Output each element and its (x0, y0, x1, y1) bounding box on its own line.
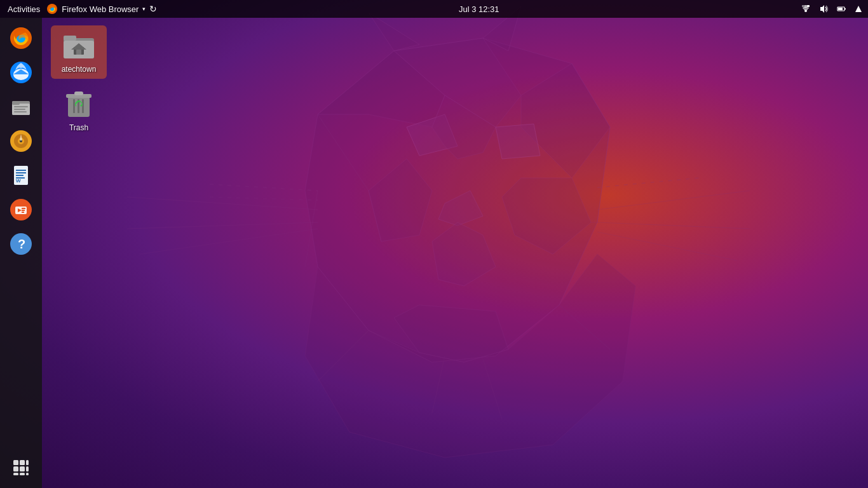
desktop-icon-trash[interactable]: Trash (51, 84, 107, 137)
desktop-icons: atechtown (51, 25, 107, 137)
svg-marker-8 (438, 191, 483, 226)
svg-point-39 (804, 10, 807, 12)
svg-rect-77 (26, 460, 29, 465)
svg-rect-62 (16, 170, 26, 171)
browser-dropdown-arrow[interactable]: ▾ (142, 6, 146, 12)
topbar-center: Jul 3 12:31 (157, 4, 801, 14)
svg-marker-4 (394, 38, 521, 127)
sound-icon[interactable] (818, 4, 829, 14)
svg-rect-54 (14, 109, 25, 110)
svg-rect-52 (12, 101, 20, 105)
svg-line-19 (305, 191, 318, 267)
svg-line-26 (559, 305, 610, 349)
svg-rect-76 (20, 460, 25, 465)
trash-label: Trash (69, 123, 88, 133)
dock-item-thunderbird[interactable] (6, 57, 36, 88)
svg-marker-5 (521, 64, 610, 178)
svg-rect-71 (22, 210, 25, 211)
svg-marker-17 (305, 254, 635, 458)
svg-line-18 (318, 114, 369, 191)
svg-line-10 (210, 197, 318, 200)
svg-line-32 (597, 232, 737, 261)
svg-marker-40 (820, 5, 824, 13)
svg-rect-38 (807, 5, 810, 7)
atechtown-folder-icon (62, 29, 95, 62)
svg-line-11 (597, 178, 699, 187)
atechtown-label: atechtown (62, 65, 97, 75)
svg-line-31 (597, 222, 750, 229)
svg-text:?: ? (18, 237, 25, 251)
svg-rect-43 (844, 8, 846, 10)
svg-rect-89 (76, 50, 81, 55)
svg-marker-7 (496, 124, 540, 159)
svg-rect-53 (14, 106, 28, 107)
svg-rect-79 (20, 466, 25, 471)
svg-rect-93 (73, 99, 75, 113)
dock-item-writer[interactable]: W (6, 160, 36, 191)
activities-button[interactable]: Activities (5, 4, 43, 14)
svg-marker-3 (318, 51, 445, 127)
svg-rect-70 (22, 208, 25, 209)
svg-line-29 (140, 229, 318, 254)
svg-rect-80 (26, 466, 29, 471)
network-icon[interactable] (801, 4, 811, 14)
svg-marker-15 (432, 222, 496, 286)
svg-rect-81 (13, 473, 18, 475)
topbar-right (801, 4, 863, 14)
svg-marker-13 (369, 159, 432, 241)
svg-marker-14 (502, 178, 591, 254)
svg-rect-55 (14, 111, 27, 112)
power-icon[interactable] (836, 4, 846, 14)
desktop-icon-atechtown[interactable]: atechtown (51, 25, 107, 79)
svg-marker-12 (432, 95, 496, 159)
svg-line-21 (597, 127, 610, 222)
topbar: Activities Firefox Web Browser ▾ ↻ Jul 3… (0, 0, 868, 18)
dock: W ? (0, 18, 42, 488)
svg-line-25 (318, 330, 369, 381)
svg-rect-95 (82, 99, 84, 113)
dock-item-firefox[interactable] (6, 23, 36, 53)
svg-line-27 (127, 197, 318, 210)
svg-rect-63 (16, 172, 26, 173)
svg-rect-36 (802, 5, 804, 7)
svg-line-28 (127, 222, 318, 229)
svg-marker-16 (394, 305, 508, 362)
dock-item-software[interactable] (6, 194, 36, 225)
svg-rect-85 (64, 36, 76, 41)
desktop: Activities Firefox Web Browser ▾ ↻ Jul 3… (0, 0, 868, 488)
dock-item-files[interactable] (6, 92, 36, 122)
svg-rect-72 (22, 212, 24, 213)
trash-icon (62, 88, 95, 121)
firefox-icon (46, 3, 58, 15)
datetime-display: Jul 3 12:31 (459, 4, 499, 14)
svg-rect-64 (16, 175, 24, 176)
svg-line-9 (210, 184, 318, 191)
svg-line-24 (483, 359, 502, 419)
svg-marker-6 (407, 114, 458, 156)
svg-rect-75 (13, 460, 18, 465)
svg-rect-82 (20, 473, 25, 475)
svg-marker-0 (305, 38, 610, 362)
refresh-button[interactable]: ↻ (149, 4, 157, 14)
svg-rect-37 (804, 5, 807, 7)
dock-item-help[interactable]: ? (6, 229, 36, 259)
browser-name-text: Firefox Web Browser (62, 4, 139, 14)
svg-rect-92 (74, 92, 83, 95)
dock-item-rhythmbox[interactable] (6, 126, 36, 156)
svg-rect-83 (26, 473, 29, 475)
svg-rect-42 (838, 8, 843, 10)
svg-line-23 (432, 356, 445, 413)
svg-text:W: W (16, 178, 21, 184)
wallpaper-cat (0, 0, 868, 488)
system-menu-button[interactable] (854, 4, 863, 13)
svg-rect-78 (13, 466, 18, 471)
firefox-browser-label[interactable]: Firefox Web Browser ▾ (62, 4, 146, 14)
topbar-left: Activities Firefox Web Browser ▾ ↻ (5, 3, 157, 15)
svg-marker-44 (855, 6, 862, 12)
show-applications-button[interactable] (6, 452, 36, 483)
svg-line-20 (369, 191, 381, 241)
svg-line-30 (597, 191, 750, 210)
svg-marker-1 (369, 13, 419, 51)
